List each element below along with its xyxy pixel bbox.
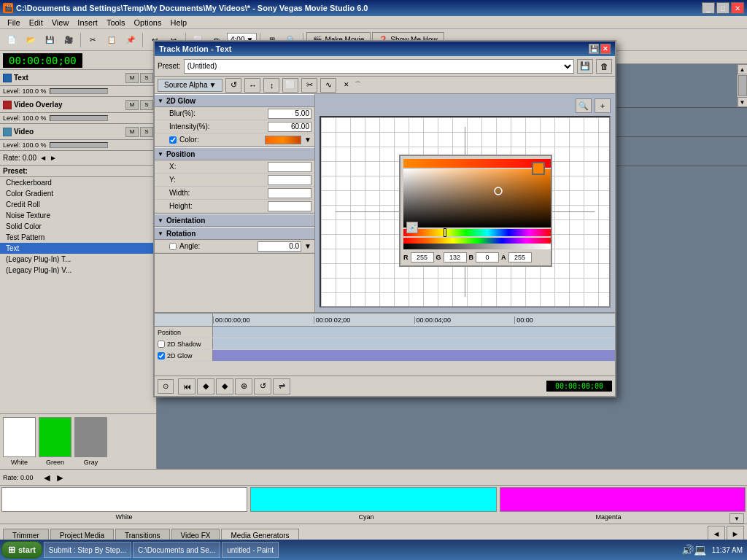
palette-magenta[interactable] xyxy=(500,487,746,512)
dialog-flip-h-btn[interactable]: ↔ xyxy=(244,78,260,93)
glow-section-header[interactable]: ▼ 2D Glow xyxy=(155,94,314,107)
width-input[interactable] xyxy=(268,188,311,198)
paste-btn[interactable]: 📌 xyxy=(122,32,139,48)
palette-arrow-btn[interactable]: ▼ xyxy=(729,513,744,524)
scroll-up[interactable]: ▲ xyxy=(738,64,748,74)
b-input[interactable] xyxy=(476,252,499,262)
menu-edit[interactable]: Edit xyxy=(25,17,47,28)
text-track-scrollbar[interactable]: ▲ ▼ xyxy=(737,64,747,107)
palette-scroll-right[interactable]: ► xyxy=(55,472,65,483)
close-button[interactable]: ✕ xyxy=(731,2,744,14)
palette-cyan[interactable] xyxy=(250,487,496,512)
position-track-content[interactable] xyxy=(213,327,615,338)
blur-input[interactable] xyxy=(268,109,311,119)
shadow-track-content[interactable] xyxy=(213,338,615,349)
preset-text[interactable]: Text xyxy=(0,243,156,254)
dialog-mask-btn[interactable]: ⬜ xyxy=(282,78,298,93)
zoom-out-preview[interactable]: + xyxy=(595,98,611,113)
dialog-save-preset[interactable]: 💾 xyxy=(577,59,593,74)
preset-color-gradient[interactable]: Color Gradient xyxy=(0,188,156,199)
menu-file[interactable]: File xyxy=(3,17,25,28)
dialog-save-btn[interactable]: 💾 xyxy=(589,44,599,54)
position-section-header[interactable]: ▼ Position xyxy=(155,147,314,160)
preset-credit-roll[interactable]: Credit Roll xyxy=(0,199,156,210)
x-input[interactable] xyxy=(268,162,311,172)
dialog-close-btn[interactable]: ✕ xyxy=(600,44,611,54)
scroll-thumb[interactable] xyxy=(738,75,747,96)
scroll-down[interactable]: ▼ xyxy=(738,97,748,107)
text-solo-btn[interactable]: S xyxy=(140,73,153,83)
color-dropdown-arrow[interactable]: ▼ xyxy=(304,136,311,144)
y-input[interactable] xyxy=(268,175,311,185)
hue-bar[interactable] xyxy=(403,229,551,236)
taskbar-item-1[interactable]: C:\Documents and Se... xyxy=(133,542,220,558)
dialog-btn-x[interactable]: ✕ xyxy=(344,81,349,88)
maximize-button[interactable]: □ xyxy=(716,2,729,14)
copy-btn[interactable]: 📋 xyxy=(103,32,120,48)
palette-white[interactable] xyxy=(1,487,247,512)
preset-noise-texture[interactable]: Noise Texture xyxy=(0,210,156,221)
new-btn[interactable]: 📄 xyxy=(3,32,20,48)
taskbar-item-2[interactable]: untitled - Paint xyxy=(222,542,279,558)
add-keyframe-btn[interactable]: ◆ xyxy=(197,378,214,394)
shadow-checkbox[interactable] xyxy=(158,341,165,348)
video-mute-btn[interactable]: M xyxy=(125,127,139,137)
preset-legacy-t[interactable]: (Legacy Plug-In) T... xyxy=(0,254,156,265)
preset-checkerboard[interactable]: Checkerboard xyxy=(0,177,156,188)
angle-input[interactable] xyxy=(258,241,301,252)
source-alpha-dropdown[interactable]: Source Alpha ▼ xyxy=(158,79,222,92)
open-btn[interactable]: 📂 xyxy=(22,32,39,48)
text-mute-btn[interactable]: M xyxy=(125,73,139,83)
video-level-slider[interactable] xyxy=(50,142,108,148)
overlay-mute-btn[interactable]: M xyxy=(125,100,139,110)
zoom-in-preview[interactable]: 🔍 xyxy=(576,98,592,113)
save-btn[interactable]: 💾 xyxy=(41,32,58,48)
render-btn[interactable]: 🎥 xyxy=(60,32,77,48)
preset-legacy-v[interactable]: (Legacy Plug-In) V... xyxy=(0,265,156,276)
orientation-section-header[interactable]: ▼ Orientation xyxy=(155,214,314,227)
angle-dropdown[interactable]: ▼ xyxy=(304,242,311,250)
dialog-flip-v-btn[interactable]: ↕ xyxy=(263,78,279,93)
text-level-slider[interactable] xyxy=(50,88,108,94)
color-hs-area[interactable] xyxy=(403,169,551,228)
color-checkbox[interactable] xyxy=(169,136,177,144)
start-button[interactable]: ⊞ start xyxy=(1,541,42,559)
overlay-solo-btn[interactable]: S xyxy=(140,100,153,110)
taskbar-item-0[interactable]: Submit : Step By Step... xyxy=(44,542,131,558)
minimize-button[interactable]: _ xyxy=(702,2,715,14)
preset-solid-color[interactable]: Solid Color xyxy=(0,221,156,232)
dialog-btn-tilde[interactable]: ⌒ xyxy=(355,81,361,88)
dialog-envelope-btn[interactable]: ∿ xyxy=(320,78,336,93)
color-swatch-display[interactable] xyxy=(265,136,301,144)
bottom-sync-btn[interactable]: ⊙ xyxy=(158,379,174,394)
menu-insert[interactable]: Insert xyxy=(73,17,102,28)
dialog-crop-btn[interactable]: ✂ xyxy=(301,78,317,93)
menu-view[interactable]: View xyxy=(47,17,74,28)
menu-tools[interactable]: Tools xyxy=(102,17,130,28)
preset-test-pattern[interactable]: Test Pattern xyxy=(0,232,156,243)
intensity-input[interactable] xyxy=(268,122,311,132)
dialog-delete-preset[interactable]: 🗑 xyxy=(596,59,612,74)
gray-swatch[interactable] xyxy=(74,417,107,457)
angle-checkbox[interactable] xyxy=(169,243,177,250)
glow-checkbox[interactable] xyxy=(158,352,165,359)
play-loop-btn[interactable]: ⊕ xyxy=(235,378,252,394)
cut-btn[interactable]: ✂ xyxy=(84,32,101,48)
overlay-level-slider[interactable] xyxy=(50,115,108,121)
green-swatch[interactable] xyxy=(39,417,71,457)
white-swatch[interactable] xyxy=(3,417,36,457)
height-input[interactable] xyxy=(268,201,311,211)
menu-help[interactable]: Help xyxy=(166,17,191,28)
loop-btn[interactable]: ↺ xyxy=(254,378,271,394)
r-input[interactable] xyxy=(411,252,434,262)
palette-scroll-left[interactable]: ◄ xyxy=(42,472,53,483)
glow-track-content[interactable] xyxy=(213,350,615,361)
dialog-reset-btn[interactable]: ↺ xyxy=(225,78,241,93)
prev-frame-btn[interactable]: ⏮ xyxy=(178,378,196,394)
bounce-btn[interactable]: ⇌ xyxy=(273,378,290,394)
preset-select[interactable]: (Untitled) xyxy=(184,59,574,74)
a-input[interactable] xyxy=(508,252,532,262)
rotation-section-header[interactable]: ▼ Rotation xyxy=(155,227,314,240)
video-solo-btn[interactable]: S xyxy=(140,127,153,137)
eyedropper-btn[interactable]: 💉 xyxy=(406,222,418,233)
